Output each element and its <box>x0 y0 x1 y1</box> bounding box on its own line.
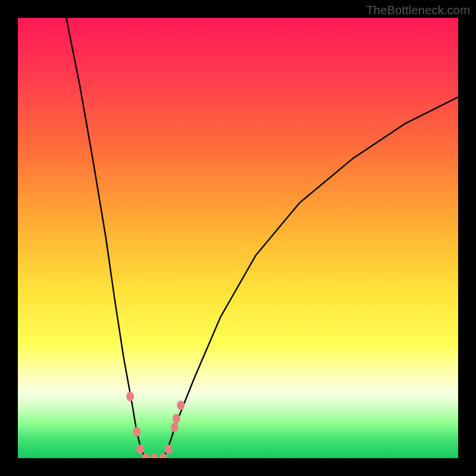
data-marker <box>177 400 184 410</box>
data-marker <box>126 392 134 401</box>
curve-left-branch <box>66 18 145 458</box>
data-marker <box>133 427 140 437</box>
data-marker <box>173 414 180 423</box>
data-marker <box>151 453 158 458</box>
plot-area <box>18 18 458 458</box>
bottleneck-curve <box>18 18 458 458</box>
data-marker <box>136 444 144 454</box>
chart-frame: TheBottleneck.com <box>0 0 476 476</box>
curve-right-branch <box>163 97 458 458</box>
watermark-text: TheBottleneck.com <box>366 4 470 17</box>
data-marker <box>171 422 178 432</box>
data-marker <box>165 444 173 454</box>
